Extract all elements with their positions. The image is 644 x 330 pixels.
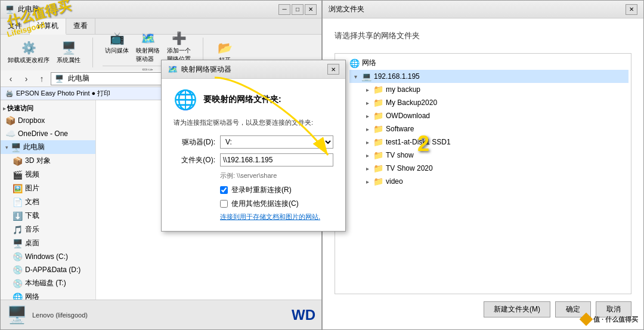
pictures-icon: 🖼️ xyxy=(13,184,23,193)
forward-button[interactable]: › xyxy=(20,72,33,85)
browse-title-text: 浏览文件夹 xyxy=(329,4,364,14)
folder-label: 文件夹(O): xyxy=(174,155,215,165)
title-controls[interactable]: ─ □ ✕ xyxy=(278,4,317,15)
wd-brand: WD xyxy=(292,307,315,323)
onedrive-icon: ☁️ xyxy=(5,129,16,138)
dialog-controls[interactable]: ✕ xyxy=(327,64,339,75)
network-link[interactable]: 连接到用于存储文档和图片的网站. xyxy=(220,212,333,221)
tree-item-tv-show-2020[interactable]: ▸ 📁 TV Show 2020 xyxy=(361,162,628,175)
music-icon: 🎵 xyxy=(13,225,23,235)
tv-show-2020-icon: 📁 xyxy=(373,164,383,173)
sidebar-item-3d[interactable]: 📦 3D 对象 xyxy=(1,154,95,168)
tree-item-tv-show[interactable]: ▸ 📁 TV show xyxy=(361,149,628,162)
address-text: 🖥️ xyxy=(55,75,68,83)
tree-item-host[interactable]: ▾ 💻 192.168.1.195 xyxy=(349,70,628,83)
tv-show-label: TV show xyxy=(386,151,414,159)
tree-item-my-backup[interactable]: ▸ 📁 my backup xyxy=(361,83,628,96)
d-drive-icon: 💿 xyxy=(13,265,23,275)
minimize-button[interactable]: ─ xyxy=(278,4,290,15)
uninstall-label: 卸载或更改程序 xyxy=(8,56,49,64)
sidebar-3d-label: 3D 对象 xyxy=(25,156,51,166)
video-icon: 🎬 xyxy=(13,170,23,180)
test1-icon: 📁 xyxy=(373,137,383,147)
this-pc-arrow: ▾ xyxy=(5,144,8,150)
cancel-button[interactable]: 取消 xyxy=(596,301,631,317)
up-button[interactable]: ↑ xyxy=(35,72,48,85)
bottom-bar: 🖥️ Lenovo (lifeisgood) WD xyxy=(1,300,321,329)
sidebar: ▸ 快速访问 📦 Dropbox ☁️ OneDrive - One ▾ 🖥️ … xyxy=(1,100,96,300)
sidebar-item-d-drive[interactable]: 💿 D-APP&Data (D:) xyxy=(1,263,95,276)
reconnect-checkbox[interactable] xyxy=(220,186,228,194)
browse-buttons: 新建文件夹(M) 确定 取消 xyxy=(335,294,631,317)
epson-printer-icon: 🖨️ xyxy=(5,90,14,97)
tree-item-video[interactable]: ▸ 📁 video xyxy=(361,175,628,188)
tree-item-network[interactable]: ▸ 🌐 网络 xyxy=(338,56,628,70)
tab-file[interactable]: 文件 xyxy=(1,18,30,34)
system-props-button[interactable]: 🖥️ 系统属性 xyxy=(54,39,83,66)
credentials-checkbox[interactable] xyxy=(220,200,228,208)
back-button[interactable]: ‹ xyxy=(4,72,17,85)
ok-button[interactable]: 确定 xyxy=(555,301,591,317)
tab-computer[interactable]: 计算机 xyxy=(30,18,66,35)
browse-dialog-controls[interactable]: ✕ xyxy=(626,4,637,15)
reconnect-label: 登录时重新连接(R) xyxy=(231,185,292,195)
sidebar-item-t-drive[interactable]: 💿 本地磁盘 (T:) xyxy=(1,276,95,290)
my-backup2020-arrow: ▸ xyxy=(364,100,371,106)
quick-access-header[interactable]: ▸ 快速访问 xyxy=(1,103,95,114)
tree-item-owdownload[interactable]: ▸ 📁 OWDownload xyxy=(361,109,628,122)
sidebar-item-dropbox[interactable]: 📦 Dropbox xyxy=(1,114,95,127)
c-drive-icon: 💿 xyxy=(13,252,23,261)
system-props-icon: 🖥️ xyxy=(61,41,76,55)
add-network-icon: ➕ xyxy=(172,31,187,45)
example-text: 示例: \\server\share xyxy=(220,171,333,180)
browse-close-button[interactable]: ✕ xyxy=(626,4,637,15)
uninstall-button[interactable]: ⚙️ 卸载或更改程序 xyxy=(5,39,52,66)
sidebar-item-this-pc[interactable]: ▾ 🖥️ 此电脑 xyxy=(1,140,95,154)
sidebar-dropbox-label: Dropbox xyxy=(18,116,45,125)
sidebar-item-pictures[interactable]: 🖼️ 图片 xyxy=(1,181,95,195)
maximize-button[interactable]: □ xyxy=(292,4,304,15)
t-drive-icon: 💿 xyxy=(13,279,23,288)
sidebar-onedrive-label: OneDrive - One xyxy=(18,129,68,138)
map-drive-icon: 🗺️ xyxy=(141,31,156,45)
dialog-content: 🌐 要映射的网络文件夹: 请为连接指定驱动器号，以及您要连接的文件夹: 驱动器(… xyxy=(162,79,345,231)
drive-select[interactable]: V: xyxy=(220,135,333,149)
folder-input[interactable] xyxy=(220,153,333,166)
tree-item-software[interactable]: ▸ 📁 Software xyxy=(361,122,628,135)
network-tree-label: 网络 xyxy=(362,58,376,68)
ribbon-system-icons: ⚙️ 卸载或更改程序 🖥️ 系统属性 xyxy=(5,39,83,66)
sidebar-network-label: 网络 xyxy=(25,292,39,300)
sidebar-item-network[interactable]: 🌐 网络 xyxy=(1,290,95,300)
my-backup2020-label: My Backup2020 xyxy=(386,98,437,107)
tree-item-my-backup2020[interactable]: ▸ 📁 My Backup2020 xyxy=(361,96,628,109)
drive-label: 驱动器(D): xyxy=(174,137,215,147)
dialog-close-button[interactable]: ✕ xyxy=(327,64,339,75)
host-label: 192.168.1.195 xyxy=(374,72,420,81)
dialog-heading: 要映射的网络文件夹: xyxy=(203,94,281,105)
new-folder-button[interactable]: 新建文件夹(M) xyxy=(484,301,550,317)
sidebar-item-docs[interactable]: 📄 文档 xyxy=(1,195,95,209)
sidebar-item-downloads[interactable]: ⬇️ 下载 xyxy=(1,209,95,223)
tree-item-test1[interactable]: ▸ 📁 test1-at-Disk1 SSD1 xyxy=(361,135,628,149)
add-network-button[interactable]: ➕ 添加一个网络位置 xyxy=(165,30,193,64)
sidebar-item-music[interactable]: 🎵 音乐 xyxy=(1,223,95,236)
sidebar-t-drive-label: 本地磁盘 (T:) xyxy=(25,278,66,288)
sidebar-desktop-label: 桌面 xyxy=(25,238,39,248)
desktop-icon: 🖥️ xyxy=(13,239,23,248)
access-media-button[interactable]: 📺 访问媒体 xyxy=(103,30,131,64)
sidebar-downloads-label: 下载 xyxy=(25,211,39,221)
software-label: Software xyxy=(386,125,414,133)
tree-host-children: ▾ 💻 192.168.1.195 ▸ 📁 my backup ▸ 📁 My B… xyxy=(338,70,628,188)
sidebar-item-c-drive[interactable]: 💿 Windows (C:) xyxy=(1,250,95,263)
tab-view[interactable]: 查看 xyxy=(66,18,95,34)
map-drive-ribbon-button[interactable]: 🗺️ 映射网络驱动器 xyxy=(134,30,162,64)
device-name: Lenovo (lifeisgood) xyxy=(32,312,88,319)
close-button[interactable]: ✕ xyxy=(305,4,317,15)
host-icon: 💻 xyxy=(361,72,371,81)
sidebar-item-desktop[interactable]: 🖥️ 桌面 xyxy=(1,236,95,250)
explorer-title-bar: 🖥️ 此电脑 ─ □ ✕ xyxy=(1,1,321,18)
sidebar-item-onedrive[interactable]: ☁️ OneDrive - One xyxy=(1,127,95,140)
browse-folder-dialog: 浏览文件夹 ✕ 请选择共享的网络文件夹 ▸ 🌐 网络 ▾ 💻 192.168.1… xyxy=(322,0,644,330)
explorer-title: 此电脑 xyxy=(18,4,39,14)
sidebar-item-video[interactable]: 🎬 视频 xyxy=(1,168,95,181)
